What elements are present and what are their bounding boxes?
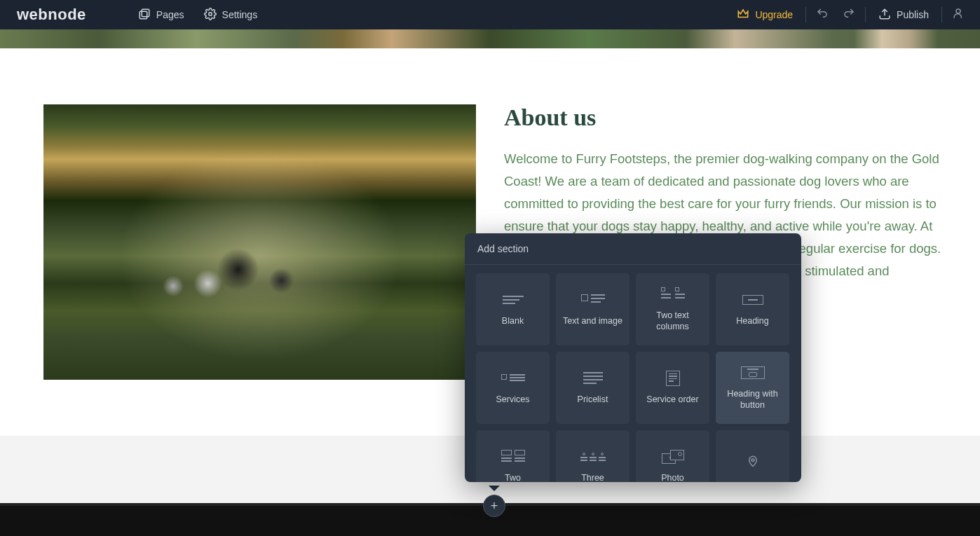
services-icon bbox=[501, 371, 525, 385]
gear-icon bbox=[204, 8, 217, 22]
two-icon bbox=[501, 450, 525, 464]
undo-button[interactable] bbox=[809, 0, 836, 29]
section-card-service-order[interactable]: Service order bbox=[636, 352, 709, 424]
pages-icon bbox=[138, 8, 151, 22]
svg-point-2 bbox=[208, 12, 212, 15]
two-text-columns-icon bbox=[661, 287, 685, 301]
section-card-blank[interactable]: Blank bbox=[476, 273, 550, 345]
section-card-label: Service order bbox=[646, 394, 698, 405]
undo-icon bbox=[816, 7, 829, 22]
section-card-label: Heading bbox=[736, 315, 769, 327]
pricelist-icon bbox=[583, 371, 603, 385]
popover-grid[interactable]: BlankText and imageTwo text columnsHeadi… bbox=[465, 265, 801, 482]
map-icon bbox=[747, 455, 759, 469]
toolbar-divider bbox=[941, 7, 942, 22]
about-heading[interactable]: About us bbox=[504, 104, 941, 131]
popover-title: Add section bbox=[465, 233, 801, 265]
section-card-three[interactable]: Three bbox=[556, 430, 629, 482]
photo-icon bbox=[662, 450, 684, 464]
svg-rect-0 bbox=[142, 9, 149, 17]
redo-icon bbox=[843, 7, 855, 22]
section-card-heading[interactable]: Heading bbox=[716, 273, 789, 345]
section-card-pricelist[interactable]: Pricelist bbox=[556, 352, 629, 424]
section-card-label: Photo bbox=[661, 472, 684, 483]
add-section-button[interactable]: + bbox=[483, 495, 505, 517]
section-card-text-and-image[interactable]: Text and image bbox=[556, 273, 629, 345]
service-order-icon bbox=[666, 371, 680, 385]
main-toolbar: webnode Pages Settings Upgrade P bbox=[0, 0, 980, 29]
upgrade-button[interactable]: Upgrade bbox=[727, 0, 803, 29]
account-button[interactable] bbox=[945, 0, 972, 29]
section-card-heading-with-button[interactable]: Heading with button bbox=[716, 352, 789, 424]
toolbar-divider bbox=[805, 7, 806, 22]
crown-icon bbox=[737, 8, 749, 22]
add-section-popover: Add section BlankText and imageTwo text … bbox=[465, 233, 801, 482]
hero-image-strip bbox=[0, 29, 980, 48]
user-icon bbox=[952, 7, 965, 22]
redo-button[interactable] bbox=[836, 0, 862, 29]
section-card-label: Pricelist bbox=[578, 394, 608, 405]
blank-icon bbox=[503, 293, 524, 307]
toolbar-divider bbox=[865, 7, 866, 22]
heading-icon bbox=[742, 293, 763, 307]
text-and-image-icon bbox=[581, 293, 605, 307]
section-card-photo[interactable]: Photo bbox=[636, 430, 709, 482]
brand-logo[interactable]: webnode bbox=[17, 6, 86, 24]
plus-icon: + bbox=[491, 499, 498, 514]
section-card-label: Services bbox=[496, 394, 530, 405]
about-image[interactable] bbox=[43, 104, 476, 380]
section-card-label: Blank bbox=[502, 315, 524, 327]
section-card-map[interactable] bbox=[716, 430, 789, 482]
publish-label: Publish bbox=[897, 9, 929, 20]
section-card-label: Two bbox=[505, 472, 521, 483]
pages-label: Pages bbox=[156, 9, 184, 20]
settings-label: Settings bbox=[222, 9, 258, 20]
section-card-services[interactable]: Services bbox=[476, 352, 550, 424]
section-card-two[interactable]: Two bbox=[476, 430, 550, 482]
svg-rect-1 bbox=[139, 11, 147, 19]
section-card-label: Heading with button bbox=[720, 388, 785, 411]
pages-button[interactable]: Pages bbox=[128, 0, 194, 29]
settings-button[interactable]: Settings bbox=[194, 0, 268, 29]
section-card-two-text-columns[interactable]: Two text columns bbox=[636, 273, 709, 345]
upload-icon bbox=[878, 8, 891, 22]
section-card-label: Three bbox=[581, 472, 604, 483]
section-card-label: Two text columns bbox=[640, 310, 705, 332]
svg-point-4 bbox=[956, 9, 960, 13]
svg-point-5 bbox=[751, 458, 754, 461]
upgrade-label: Upgrade bbox=[755, 9, 793, 20]
three-icon bbox=[580, 450, 606, 464]
heading-with-button-icon bbox=[741, 366, 765, 380]
publish-button[interactable]: Publish bbox=[869, 0, 939, 29]
section-card-label: Text and image bbox=[563, 315, 622, 327]
